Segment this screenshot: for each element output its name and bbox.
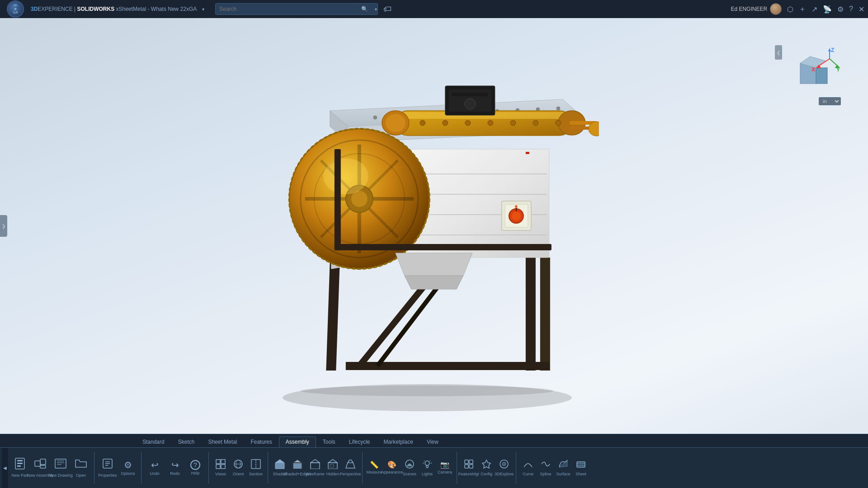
tab-sketch[interactable]: Sketch bbox=[171, 436, 202, 447]
svg-marker-110 bbox=[293, 460, 302, 463]
search-input[interactable] bbox=[215, 3, 378, 15]
svg-rect-107 bbox=[275, 463, 284, 469]
toolbar-btn-label: Lights bbox=[422, 472, 433, 477]
toolbar-group-extra: FeatureMgr Config 3DExplore bbox=[459, 456, 514, 479]
toolbar-btn-label: Measure bbox=[367, 470, 382, 475]
toolbar-btn-label: Curve bbox=[523, 472, 533, 477]
svg-rect-100 bbox=[216, 465, 220, 469]
section-icon bbox=[251, 459, 261, 471]
left-panel-toggle[interactable]: ❯ bbox=[0, 215, 7, 237]
toolbar-btn-label: New Drawing bbox=[48, 474, 73, 478]
toolbar-btn-perspective[interactable]: Perspective bbox=[342, 458, 359, 478]
svg-point-58 bbox=[323, 158, 368, 194]
toolbar-btn-surface[interactable]: Surface bbox=[555, 458, 572, 478]
toolbar-btn-feature-mgr[interactable]: FeatureMgr bbox=[460, 458, 477, 478]
svg-text:Z: Z bbox=[831, 47, 834, 53]
tab-sheetmetal[interactable]: Sheet Metal bbox=[201, 436, 244, 447]
toolbar-btn-config[interactable]: Config bbox=[478, 458, 495, 478]
toolbar-btn-measure[interactable]: 📏 Measure bbox=[366, 458, 383, 478]
toolbar-group-1: New Part New Assembly New Drawing Open bbox=[9, 453, 92, 483]
svg-marker-60 bbox=[405, 276, 463, 289]
toolbar-btn-sheet[interactable]: Sheet bbox=[572, 458, 590, 478]
toolbar-btn-new-drawing[interactable]: New Drawing bbox=[51, 455, 71, 481]
toolbar-sep-1 bbox=[94, 452, 94, 483]
viewport[interactable]: ❯ bbox=[0, 18, 868, 434]
toolbar-btn-help[interactable]: ? Help bbox=[185, 455, 205, 481]
svg-rect-115 bbox=[330, 465, 334, 467]
toolbar-btn-wireframe[interactable]: Wireframe bbox=[307, 458, 324, 478]
add-icon[interactable]: ＋ bbox=[799, 5, 806, 14]
toolbar-btn-orient[interactable]: Orient bbox=[230, 458, 247, 478]
svg-point-64 bbox=[512, 211, 521, 221]
svg-rect-85 bbox=[17, 463, 23, 464]
svg-rect-68 bbox=[335, 244, 552, 250]
search-dropdown-arrow[interactable]: ▾ bbox=[375, 7, 377, 12]
standard-views-icon bbox=[216, 459, 226, 471]
svg-rect-109 bbox=[293, 463, 302, 469]
connect-icon[interactable]: ⬡ bbox=[787, 5, 793, 14]
bookmark-icon[interactable]: 🏷 bbox=[383, 5, 392, 14]
unit-dropdown[interactable]: mm in ft bbox=[819, 97, 841, 105]
toolbar-btn-3dexplore[interactable]: 3DExplore bbox=[495, 458, 513, 478]
toolbar-scroll-left[interactable]: ◀ bbox=[2, 448, 8, 488]
search-icon[interactable]: 🔍 bbox=[361, 6, 368, 12]
toolbar-btn-cameras[interactable]: 📷 Camera bbox=[436, 458, 453, 478]
svg-marker-131 bbox=[482, 460, 491, 468]
toolbar-btn-label: Orient bbox=[233, 472, 244, 477]
svg-text:Y: Y bbox=[836, 66, 840, 73]
toolbar-btn-label: Perspective bbox=[340, 472, 361, 477]
tab-marketplace[interactable]: Marketplace bbox=[377, 436, 420, 447]
toolbar-btn-options[interactable]: ⚙ Options bbox=[118, 455, 138, 481]
curve2-icon bbox=[541, 459, 551, 471]
broadcast-icon[interactable]: 📡 bbox=[823, 5, 832, 14]
svg-point-32 bbox=[386, 114, 406, 132]
svg-line-125 bbox=[424, 460, 425, 461]
cameras-icon: 📷 bbox=[440, 460, 449, 469]
toolbar-btn-label: Undo bbox=[150, 472, 160, 476]
tab-standard[interactable]: Standard bbox=[136, 436, 171, 447]
svg-rect-122 bbox=[426, 465, 428, 468]
svg-point-134 bbox=[504, 463, 505, 465]
svg-point-34 bbox=[420, 120, 425, 126]
options-icon: ⚙ bbox=[124, 460, 132, 470]
svg-rect-101 bbox=[221, 465, 225, 469]
tab-assembly[interactable]: Assembly bbox=[279, 436, 316, 447]
toolbar-btn-hidden[interactable]: Hidden bbox=[324, 458, 341, 478]
share-icon[interactable]: ↗ bbox=[811, 5, 817, 14]
toolbar-btn-shaded-edges[interactable]: Shaded+Edges bbox=[289, 458, 306, 478]
close-icon[interactable]: ✕ bbox=[859, 5, 864, 14]
title-dropdown-arrow[interactable]: ▾ bbox=[202, 7, 204, 12]
tab-features[interactable]: Features bbox=[244, 436, 278, 447]
svg-point-47 bbox=[465, 99, 476, 109]
svg-rect-113 bbox=[328, 463, 337, 469]
toolbar-btn-curve1[interactable]: Curve bbox=[519, 458, 537, 478]
measure-icon: 📏 bbox=[370, 460, 379, 469]
tab-lifecycle[interactable]: Lifecycle bbox=[342, 436, 377, 447]
toolbar-group-3: ↩ Undo ↪ Redo ? Help bbox=[144, 453, 206, 483]
toolbar-btn-standard-views[interactable]: Views bbox=[212, 458, 229, 478]
toolbar-btn-label: Options bbox=[121, 472, 135, 476]
right-panel-toggle[interactable]: ❮ bbox=[775, 45, 782, 60]
help-icon[interactable]: ? bbox=[849, 5, 853, 13]
toolbar-btn-scenes[interactable]: Scenes bbox=[401, 458, 418, 478]
toolbar-sep-2 bbox=[141, 452, 142, 483]
toolbar-btn-section[interactable]: Section bbox=[247, 458, 264, 478]
toolbar-btn-label: Section bbox=[249, 472, 263, 477]
toolbar-btn-redo[interactable]: ↪ Redo bbox=[165, 455, 185, 481]
svg-rect-86 bbox=[17, 465, 21, 467]
user-avatar[interactable] bbox=[770, 3, 782, 15]
tools-icon[interactable]: ⚙ bbox=[837, 5, 844, 14]
toolbar-btn-properties[interactable]: Properties bbox=[98, 455, 118, 481]
toolbar-btn-curve2[interactable]: Spline bbox=[537, 458, 554, 478]
app-logo[interactable]: 3D▶V,R bbox=[4, 1, 27, 17]
toolbar-btn-open[interactable]: Open bbox=[71, 455, 91, 481]
svg-point-38 bbox=[510, 120, 516, 126]
toolbar-btn-appearance[interactable]: 🎨 Appearance bbox=[383, 458, 401, 478]
toolbar-btn-new-assembly[interactable]: New Assembly bbox=[30, 455, 50, 481]
toolbar-btn-undo[interactable]: ↩ Undo bbox=[145, 455, 165, 481]
tab-tools[interactable]: Tools bbox=[316, 436, 342, 447]
toolbar-btn-lights[interactable]: Lights bbox=[419, 458, 436, 478]
svg-rect-87 bbox=[35, 461, 40, 466]
curve1-icon bbox=[523, 459, 533, 471]
tab-view[interactable]: View bbox=[420, 436, 445, 447]
